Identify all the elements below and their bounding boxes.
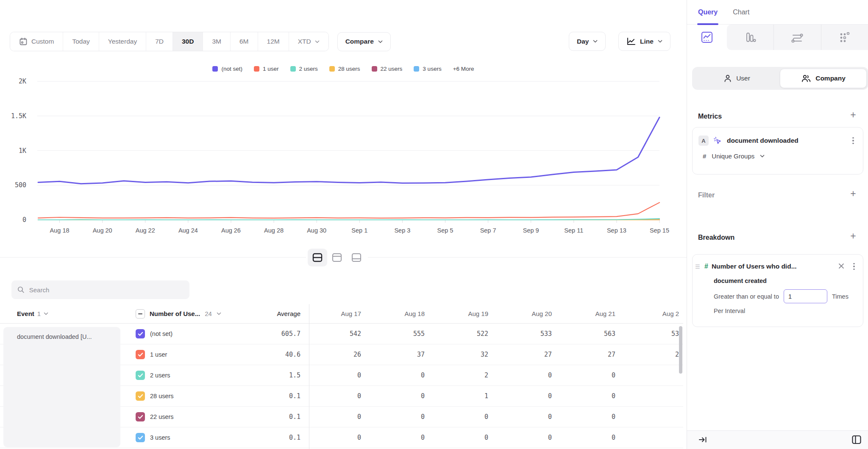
date-range-group: CustomTodayYesterday7D30D3M6M12MXTD xyxy=(10,32,329,51)
series-name: 3 users xyxy=(150,434,170,441)
condition-label[interactable]: Greater than or equal to xyxy=(714,293,779,300)
legend-label: 1 user xyxy=(263,66,279,72)
breakdown-card: ☰ # Number of Users who did... document … xyxy=(692,254,863,327)
legend-item[interactable]: 2 users xyxy=(290,66,318,72)
legend-item[interactable]: 22 users xyxy=(372,66,403,72)
line-chart[interactable]: 05001K1.5K2KAug 18Aug 20Aug 22Aug 24Aug … xyxy=(0,76,687,237)
range-button-xtd[interactable]: XTD xyxy=(289,32,328,51)
date-column-header[interactable]: Aug 19 xyxy=(436,310,500,317)
add-metric-button[interactable]: + xyxy=(848,109,859,120)
legend-label: 28 users xyxy=(338,66,360,72)
top-panel-icon xyxy=(332,253,342,262)
legend-item[interactable]: 28 users xyxy=(329,66,360,72)
range-button-3m[interactable]: 3M xyxy=(203,32,230,51)
series-checkbox[interactable] xyxy=(136,433,145,442)
range-button-6m[interactable]: 6M xyxy=(230,32,258,51)
legend-item[interactable]: 1 user xyxy=(254,66,279,72)
chart-type-flow-tab[interactable] xyxy=(773,25,821,50)
search-input[interactable] xyxy=(29,286,184,294)
average-value: 40.6 xyxy=(257,351,309,358)
breakdown-property[interactable]: Number of Users who did... xyxy=(712,263,832,270)
layout-table-only-button[interactable] xyxy=(347,249,366,266)
compare-button[interactable]: Compare xyxy=(337,32,391,51)
entity-company-option[interactable]: Company xyxy=(780,69,867,88)
query-panel: Query Chart User Company Metrics xyxy=(687,0,868,449)
chart-type-line-tab[interactable] xyxy=(687,25,727,50)
interval-dropdown[interactable]: Day xyxy=(569,32,606,51)
legend-item[interactable]: 3 users xyxy=(414,66,441,72)
svg-text:Sep 11: Sep 11 xyxy=(564,227,583,234)
breakdown-menu-button[interactable] xyxy=(850,262,858,271)
range-button-7d[interactable]: 7D xyxy=(146,32,172,51)
metric-aggregation[interactable]: # Unique Groups xyxy=(693,146,863,160)
average-column-header[interactable]: Average xyxy=(257,310,309,317)
range-button-12m[interactable]: 12M xyxy=(258,32,289,51)
check-icon xyxy=(138,352,143,357)
per-interval-label[interactable]: Per Interval xyxy=(693,303,863,314)
legend-more-button[interactable]: +6 More xyxy=(453,66,474,72)
line-chart-icon xyxy=(701,31,713,44)
interval-label: Day xyxy=(577,38,589,45)
event-list-item[interactable]: document downloaded [U... xyxy=(3,327,120,447)
condition-value-input[interactable] xyxy=(784,289,827,303)
cell-value: 27 xyxy=(563,351,627,358)
metric-event-name[interactable]: document downloaded xyxy=(727,137,845,144)
layout-split-button[interactable] xyxy=(308,249,327,266)
tab-chart[interactable]: Chart xyxy=(733,0,749,24)
series-checkbox[interactable] xyxy=(136,391,145,401)
breakdown-event-name[interactable]: document created xyxy=(693,271,863,284)
range-button-custom[interactable]: Custom xyxy=(10,32,63,51)
range-button-today[interactable]: Today xyxy=(63,32,98,51)
check-icon xyxy=(138,435,143,440)
chart-type-dropdown[interactable]: Line xyxy=(618,32,670,51)
chevron-down-icon xyxy=(760,155,765,158)
split-view-icon xyxy=(312,253,323,262)
legend-swatch xyxy=(329,66,335,72)
svg-text:Sep 3: Sep 3 xyxy=(394,227,410,234)
svg-text:Sep 9: Sep 9 xyxy=(523,227,539,234)
collapse-panel-button[interactable] xyxy=(698,435,707,446)
breakdown-heading: Breakdown xyxy=(698,234,734,241)
sidebar-layout-button[interactable] xyxy=(851,434,862,446)
entity-user-option[interactable]: User xyxy=(694,69,780,88)
metric-menu-button[interactable] xyxy=(849,136,857,145)
legend-swatch xyxy=(372,66,377,72)
event-column-header[interactable]: Event 1 xyxy=(0,310,123,317)
drag-handle-icon[interactable]: ☰ xyxy=(695,263,701,270)
chevron-down-icon xyxy=(44,312,48,315)
date-column-header[interactable]: Aug 2 xyxy=(627,310,683,317)
chart-type-label: Line xyxy=(640,38,654,45)
series-checkbox[interactable] xyxy=(136,371,145,380)
table-scrollbar[interactable] xyxy=(679,326,682,374)
svg-text:Aug 24: Aug 24 xyxy=(178,227,198,234)
layout-chart-only-button[interactable] xyxy=(327,249,347,266)
chevron-down-icon xyxy=(217,312,221,315)
compare-label: Compare xyxy=(345,38,374,45)
add-filter-button[interactable]: + xyxy=(848,188,859,199)
svg-text:Aug 20: Aug 20 xyxy=(93,227,112,234)
series-checkbox[interactable] xyxy=(136,329,145,338)
date-column-header[interactable]: Aug 17 xyxy=(309,310,373,317)
cell-value: 563 xyxy=(563,330,627,338)
cell-value: 0 xyxy=(436,413,500,421)
series-column-header[interactable]: Number of Use... 24 xyxy=(123,309,257,319)
series-checkbox[interactable] xyxy=(136,412,145,421)
date-column-header[interactable]: Aug 18 xyxy=(373,310,436,317)
range-button-yesterday[interactable]: Yesterday xyxy=(99,32,146,51)
remove-breakdown-button[interactable] xyxy=(836,262,847,271)
date-column-header[interactable]: Aug 21 xyxy=(563,310,627,317)
range-button-30d[interactable]: 30D xyxy=(172,32,203,51)
add-breakdown-button[interactable]: + xyxy=(848,230,859,241)
series-checkbox[interactable] xyxy=(136,350,145,359)
date-column-header[interactable]: Aug 20 xyxy=(500,310,563,317)
series-cell: 1 user xyxy=(123,350,257,359)
event-count: 1 xyxy=(37,310,41,317)
chart-type-bar-tab[interactable] xyxy=(727,25,773,50)
tab-query[interactable]: Query xyxy=(698,0,718,24)
series-line[interactable] xyxy=(38,219,659,220)
series-line[interactable] xyxy=(38,202,659,218)
select-all-checkbox[interactable] xyxy=(136,309,145,319)
chart-type-grid-tab[interactable] xyxy=(821,25,868,50)
legend-item[interactable]: (not set) xyxy=(212,66,242,72)
average-value: 1.5 xyxy=(257,371,309,379)
